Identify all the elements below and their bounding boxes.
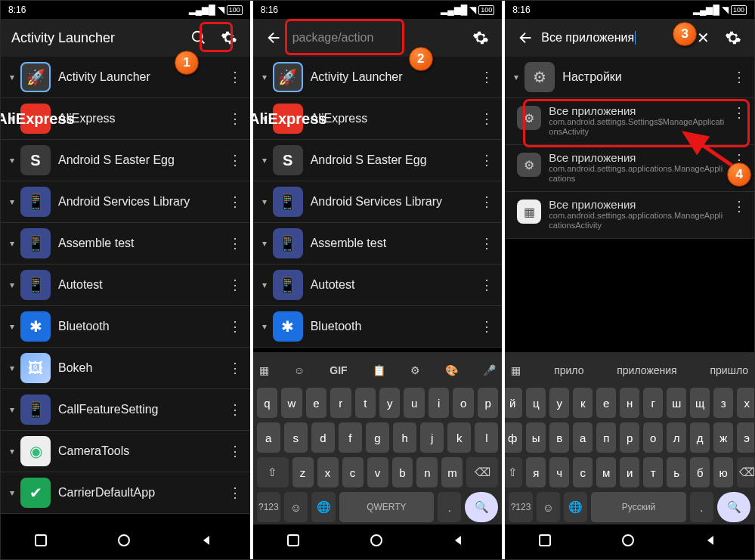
numbers-key[interactable]: ?123 [509, 492, 532, 522]
app-list[interactable]: ▾ 🚀 Activity Launcher ⋮ ▾ AliExpress Ali… [1, 57, 250, 514]
list-item[interactable]: ▾ ✔ CarrierDefaultApp ⋮ [1, 472, 250, 514]
group-header[interactable]: ▾ ⚙ Настройки ⋮ [505, 57, 754, 98]
key-ч[interactable]: ч [549, 457, 569, 487]
more-button[interactable]: ⋮ [730, 198, 748, 215]
key-е[interactable]: е [596, 388, 616, 418]
keyboard[interactable]: ▦ прило приложения пришло йцукенгшщзхфыв… [505, 352, 754, 524]
key-o[interactable]: o [453, 388, 473, 418]
period-key[interactable]: . [438, 492, 461, 522]
key-о[interactable]: о [643, 422, 663, 453]
kbd-mic-icon[interactable]: 🎤 [483, 364, 496, 376]
suggestion[interactable]: прило [554, 364, 583, 376]
key-n[interactable]: n [416, 457, 438, 487]
list-item[interactable]: ▾ AliExpress AliExpress ⋮ [253, 98, 503, 140]
more-button[interactable]: ⋮ [226, 277, 244, 293]
key-э[interactable]: э [737, 422, 754, 453]
list-item[interactable]: ▾ 📱 CallFeatureSetting ⋮ [1, 389, 250, 431]
key-y[interactable]: y [379, 388, 400, 418]
key-ь[interactable]: ь [667, 457, 686, 487]
key-и[interactable]: и [620, 457, 639, 487]
key-z[interactable]: z [292, 457, 314, 487]
nav-back[interactable] [450, 531, 471, 552]
key-e[interactable]: e [306, 388, 326, 418]
numbers-key[interactable]: ?123 [257, 492, 280, 522]
key-в[interactable]: в [549, 422, 569, 453]
key-ж[interactable]: ж [713, 422, 733, 453]
list-item[interactable]: ▾ S Android S Easter Egg ⋮ [253, 140, 503, 181]
list-item[interactable]: ▾ ◉ CameraTools ⋮ [1, 431, 250, 472]
activity-item[interactable]: ▦ Все приложения com.android.settings.ap… [505, 192, 754, 239]
key-d[interactable]: d [311, 422, 335, 453]
settings-button[interactable] [214, 23, 244, 53]
nav-home[interactable] [367, 531, 388, 552]
kbd-settings-icon[interactable]: ⚙ [410, 364, 420, 376]
key-а[interactable]: а [573, 422, 593, 453]
backspace-key[interactable]: ⌫ [737, 457, 754, 487]
key-h[interactable]: h [393, 422, 416, 453]
shift-key[interactable]: ⇧ [257, 457, 289, 487]
globe-key[interactable]: 🌐 [311, 492, 335, 522]
settings-button[interactable] [718, 23, 748, 53]
key-н[interactable]: н [620, 388, 639, 418]
more-button[interactable]: ⋮ [730, 69, 748, 85]
nav-back[interactable] [198, 531, 219, 552]
more-button[interactable]: ⋮ [478, 69, 496, 85]
key-v[interactable]: v [367, 457, 388, 487]
more-button[interactable]: ⋮ [478, 318, 496, 335]
kbd-grid-icon[interactable]: ▦ [511, 364, 521, 376]
globe-key[interactable]: 🌐 [564, 492, 587, 522]
kbd-clipboard-icon[interactable]: 📋 [373, 364, 385, 376]
key-u[interactable]: u [404, 388, 424, 418]
key-м[interactable]: м [596, 457, 616, 487]
key-щ[interactable]: щ [690, 388, 710, 418]
space-key[interactable]: QWERTY [339, 492, 434, 522]
more-button[interactable]: ⋮ [478, 110, 496, 127]
key-b[interactable]: b [392, 457, 413, 487]
key-к[interactable]: к [573, 388, 593, 418]
search-key[interactable]: 🔍 [717, 492, 750, 522]
kbd-sticker-icon[interactable]: ☺ [294, 364, 305, 376]
list-item[interactable]: ▾ 📱 Android Services Library ⋮ [1, 181, 250, 223]
more-button[interactable]: ⋮ [226, 69, 244, 85]
key-п[interactable]: п [596, 422, 616, 453]
more-button[interactable]: ⋮ [226, 360, 244, 376]
key-t[interactable]: t [355, 388, 376, 418]
nav-home[interactable] [115, 531, 136, 552]
key-a[interactable]: a [257, 422, 280, 453]
nav-home[interactable] [619, 531, 640, 552]
list-item[interactable]: ▾ 📱 Autotest ⋮ [253, 265, 503, 306]
list-item[interactable]: ▾ 📱 Autotest ⋮ [1, 265, 250, 306]
nav-recent[interactable] [284, 531, 305, 552]
key-ц[interactable]: ц [526, 388, 546, 418]
list-item[interactable]: ▾ ✱ Bluetooth ⋮ [1, 306, 250, 348]
key-з[interactable]: з [713, 388, 733, 418]
kbd-palette-icon[interactable]: 🎨 [445, 364, 458, 376]
key-я[interactable]: я [526, 457, 546, 487]
list-item[interactable]: ▾ 📱 Assemble test ⋮ [1, 223, 250, 265]
key-х[interactable]: х [737, 388, 754, 418]
nav-recent[interactable] [32, 531, 53, 552]
key-т[interactable]: т [643, 457, 663, 487]
search-value[interactable]: Все приложения [541, 31, 688, 45]
more-button[interactable]: ⋮ [478, 277, 496, 293]
more-button[interactable]: ⋮ [226, 152, 244, 169]
more-button[interactable]: ⋮ [226, 235, 244, 252]
space-key[interactable]: Русский [591, 492, 685, 522]
key-l[interactable]: l [475, 422, 498, 453]
period-key[interactable]: . [690, 492, 713, 522]
emoji-key[interactable]: ☺ [537, 492, 560, 522]
search-button[interactable] [184, 23, 214, 53]
list-item[interactable]: ▾ 🚀 Activity Launcher ⋮ [253, 57, 503, 98]
more-button[interactable]: ⋮ [226, 318, 244, 335]
kbd-grid-icon[interactable]: ▦ [259, 364, 269, 376]
key-у[interactable]: у [549, 388, 569, 418]
app-list[interactable]: ▾ 🚀 Activity Launcher ⋮ ▾ AliExpress Ali… [253, 57, 503, 348]
nav-recent[interactable] [536, 531, 557, 552]
emoji-key[interactable]: ☺ [284, 492, 308, 522]
key-m[interactable]: m [441, 457, 463, 487]
key-i[interactable]: i [429, 388, 449, 418]
list-item[interactable]: ▾ 🖼 Bokeh ⋮ [1, 348, 250, 389]
key-s[interactable]: s [284, 422, 308, 453]
list-item[interactable]: ▾ 🚀 Activity Launcher ⋮ [1, 57, 250, 98]
more-button[interactable]: ⋮ [226, 110, 244, 127]
